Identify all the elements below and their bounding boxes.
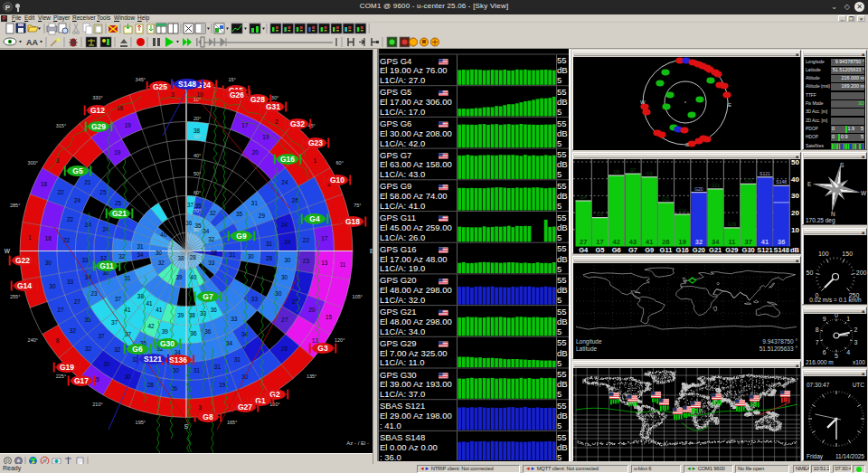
svg-text:G11: G11 — [660, 246, 673, 254]
svg-text:5: 5 — [557, 326, 561, 336]
svg-text:GPS G16: GPS G16 — [380, 244, 417, 254]
svg-text:G5: G5 — [597, 212, 603, 217]
svg-text:G19: G19 — [60, 363, 74, 372]
svg-text:dB: dB — [557, 317, 568, 326]
svg-text:G6: G6 — [612, 246, 621, 254]
svg-text:G21: G21 — [112, 209, 127, 218]
svg-text:GPS G20: GPS G20 — [380, 275, 417, 285]
svg-text:36: 36 — [204, 328, 212, 335]
svg-text:5: 5 — [557, 264, 561, 274]
svg-text:El 30.00 Az 208.00: El 30.00 Az 208.00 — [380, 128, 452, 138]
svg-text:22: 22 — [57, 189, 64, 195]
svg-text:31: 31 — [229, 251, 236, 258]
svg-text:G6: G6 — [132, 345, 143, 354]
svg-text:34: 34 — [175, 349, 182, 355]
svg-text:28: 28 — [266, 255, 273, 261]
svg-text:28: 28 — [281, 345, 288, 352]
svg-text:30: 30 — [45, 260, 52, 266]
svg-text:9.94378750 °: 9.94378750 ° — [762, 338, 797, 345]
svg-text:3: 3 — [854, 339, 857, 345]
svg-text:33: 33 — [208, 260, 215, 266]
svg-text:55: 55 — [557, 243, 567, 253]
svg-text:30: 30 — [275, 290, 282, 297]
svg-text:S: S — [840, 162, 844, 168]
svg-text:G22: G22 — [15, 256, 30, 265]
svg-text:55: 55 — [557, 213, 567, 222]
svg-text:L1C/A: 43.0: L1C/A: 43.0 — [380, 169, 425, 179]
svg-text:5: 5 — [835, 353, 838, 359]
svg-text:31: 31 — [137, 243, 145, 250]
svg-text:W: W — [640, 99, 646, 105]
svg-text:G4: G4 — [580, 194, 587, 200]
svg-text:GPS G6: GPS G6 — [380, 118, 411, 128]
svg-text:36: 36 — [211, 307, 218, 313]
svg-text:41: 41 — [156, 307, 163, 313]
svg-text:El 63.00 Az 158.00: El 63.00 Az 158.00 — [380, 159, 452, 169]
svg-text:15°: 15° — [229, 77, 236, 82]
svg-text:23: 23 — [303, 258, 310, 264]
svg-text:55: 55 — [557, 432, 567, 442]
svg-text:G4: G4 — [309, 214, 320, 223]
svg-text:11: 11 — [728, 238, 735, 246]
svg-text:150°: 150° — [269, 402, 279, 407]
svg-text:24: 24 — [103, 226, 110, 232]
svg-text:G29: G29 — [725, 246, 738, 254]
svg-text:N: N — [831, 211, 835, 217]
svg-text:255°: 255° — [10, 294, 20, 299]
svg-text:55: 55 — [557, 401, 567, 411]
svg-text:G7: G7 — [628, 246, 637, 254]
svg-text:27: 27 — [57, 307, 64, 313]
svg-text:L1C/A: 19.0: L1C/A: 19.0 — [380, 263, 425, 273]
svg-text:37: 37 — [745, 238, 752, 246]
svg-text:G20: G20 — [694, 186, 703, 192]
svg-text:L1C/A: 42.0: L1C/A: 42.0 — [380, 138, 425, 148]
svg-text:32: 32 — [85, 345, 92, 352]
svg-text:El 17.00 Az 306.00: El 17.00 Az 306.00 — [380, 97, 452, 107]
svg-text:22: 22 — [67, 216, 74, 222]
svg-text:G32: G32 — [290, 119, 305, 128]
svg-text:G9: G9 — [646, 171, 653, 176]
svg-text:S148: S148 — [776, 179, 787, 184]
svg-text:L1C/A: 32.0: L1C/A: 32.0 — [380, 295, 425, 305]
svg-text:G25: G25 — [153, 82, 167, 91]
svg-text:75°: 75° — [354, 203, 361, 208]
svg-text:38: 38 — [178, 255, 185, 261]
svg-text:2: 2 — [275, 118, 278, 125]
svg-text:31: 31 — [214, 364, 222, 370]
svg-text:G12: G12 — [90, 106, 105, 115]
svg-text:G27: G27 — [238, 402, 252, 412]
svg-text:42: 42 — [148, 323, 156, 329]
svg-text:El 45.00 Az 259.00: El 45.00 Az 259.00 — [380, 222, 452, 232]
svg-text:31: 31 — [234, 356, 241, 363]
svg-text:2: 2 — [854, 326, 857, 333]
svg-text:225°: 225° — [56, 374, 66, 379]
svg-text:21: 21 — [85, 179, 92, 185]
svg-text:33: 33 — [231, 316, 238, 322]
svg-text:25: 25 — [115, 200, 122, 206]
svg-text:35: 35 — [236, 211, 243, 217]
svg-text:G10: G10 — [330, 175, 344, 184]
svg-text:330°: 330° — [92, 95, 102, 100]
svg-text:G17: G17 — [74, 376, 89, 385]
svg-text:26: 26 — [662, 238, 669, 246]
svg-text:G31: G31 — [266, 102, 280, 111]
svg-text:5: 5 — [557, 295, 561, 305]
svg-text:70°: 70° — [193, 208, 201, 213]
svg-text:GPS G29: GPS G29 — [380, 338, 417, 348]
svg-text:G16: G16 — [676, 246, 689, 254]
svg-text:G30: G30 — [160, 339, 175, 348]
svg-text:SBAS S121: SBAS S121 — [380, 401, 425, 411]
svg-text:32: 32 — [100, 255, 108, 261]
svg-text:El 0.00 Az 0.00: El 0.00 Az 0.00 — [380, 442, 438, 452]
svg-text:24: 24 — [281, 179, 288, 185]
svg-text:9: 9 — [823, 316, 826, 322]
svg-text:GPS G30: GPS G30 — [380, 370, 417, 380]
svg-text:G9: G9 — [645, 246, 654, 254]
svg-text:8: 8 — [816, 326, 819, 333]
svg-text:4: 4 — [846, 349, 850, 355]
svg-text:40°: 40° — [193, 153, 201, 158]
svg-text:22: 22 — [63, 237, 71, 243]
svg-text:Longitude: Longitude — [576, 338, 602, 345]
svg-text:60°: 60° — [336, 160, 344, 166]
svg-text:GPS G9: GPS G9 — [380, 181, 411, 191]
